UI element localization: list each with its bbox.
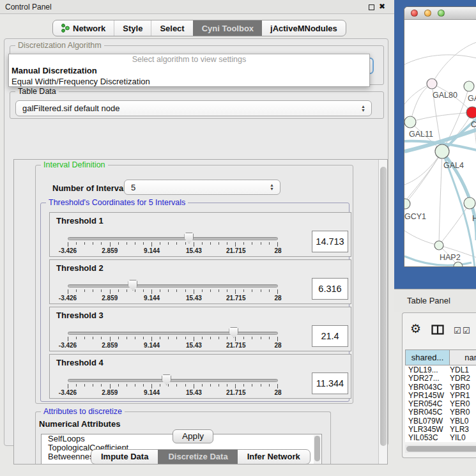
node-gal4[interactable] xyxy=(435,144,449,158)
tick-mark xyxy=(118,337,119,339)
minimize-traffic-icon[interactable] xyxy=(424,10,431,17)
table-row[interactable]: YBL079WYBL0 xyxy=(405,417,476,425)
threshold-value[interactable]: 21.4 xyxy=(312,325,348,347)
threshold-value[interactable]: 11.344 xyxy=(312,372,348,394)
tick-mark xyxy=(76,337,77,339)
tick-label: 28 xyxy=(274,342,281,349)
table-row[interactable]: YDR27...YDR2 xyxy=(405,374,476,382)
tab-jactivemnodules[interactable]: jActiveMNodules xyxy=(262,20,346,36)
threshold-value[interactable]: 6.316 xyxy=(312,278,348,300)
node-top-right[interactable] xyxy=(464,81,474,91)
cell-name: YER0 xyxy=(447,399,470,408)
tick-mark xyxy=(68,242,68,247)
slider-track[interactable] xyxy=(68,379,278,382)
tick-mark xyxy=(110,384,111,388)
tick-mark xyxy=(277,242,278,247)
table-hscrollbar-thumb[interactable] xyxy=(406,446,476,452)
tick-label: 15.43 xyxy=(186,295,202,302)
table-row[interactable]: YLR345WYLR3 xyxy=(405,425,476,433)
dropdown-option-equal-width-frequency-discretization[interactable]: Equal Width/Frequency Discretization xyxy=(9,76,369,87)
tick-mark xyxy=(210,289,211,292)
slider-track[interactable] xyxy=(68,284,278,288)
split-columns-icon[interactable] xyxy=(431,325,444,335)
node-red[interactable] xyxy=(466,107,476,118)
float-window-icon[interactable] xyxy=(369,4,374,10)
tick-mark xyxy=(93,337,93,339)
table-row[interactable]: YDL19...YDL1 xyxy=(405,365,476,374)
close-icon[interactable]: ✖ xyxy=(379,2,385,11)
panel-title: Control Panel xyxy=(5,3,52,12)
table-data-combo[interactable]: galFiltered.sif default node ▲▼ xyxy=(15,100,372,116)
cell-shared-name: YBR043C xyxy=(405,383,447,391)
tab-label: Select xyxy=(160,24,184,33)
apply-button[interactable]: Apply xyxy=(173,429,213,443)
tick-mark xyxy=(219,289,219,292)
settings-scrollbar[interactable] xyxy=(378,160,388,464)
attributes-scrollbar-thumb[interactable] xyxy=(314,436,320,461)
zoom-traffic-icon[interactable] xyxy=(438,10,445,17)
tick-mark xyxy=(252,289,252,292)
table-hscrollbar[interactable] xyxy=(405,445,476,453)
bottom-tab-discretize-data[interactable]: Discretize Data xyxy=(158,450,237,464)
slider-track[interactable] xyxy=(68,332,278,335)
tick-mark xyxy=(110,289,111,294)
tab-network[interactable]: Network xyxy=(53,20,114,36)
label-gal80: GAL80 xyxy=(433,91,457,100)
node-gal80[interactable] xyxy=(427,79,437,89)
cell-name: YPR1 xyxy=(447,391,470,399)
cell-shared-name: YBR045C xyxy=(405,408,447,416)
slider-tick-labels: -3.4262.8599.14415.4321.71528 xyxy=(68,389,278,397)
slider-track[interactable] xyxy=(68,237,278,240)
table-row[interactable]: YBR043CYBR0 xyxy=(405,383,476,391)
tick-mark xyxy=(185,384,186,387)
bottom-tab-infer-network[interactable]: Infer Network xyxy=(238,450,310,464)
table-row[interactable]: YBR045CYBR0 xyxy=(405,408,476,416)
node-right-mid[interactable] xyxy=(464,197,475,209)
node-bottom[interactable] xyxy=(454,262,463,267)
tick-mark xyxy=(110,337,111,341)
tick-label: -3.426 xyxy=(59,247,77,254)
tick-mark xyxy=(210,384,211,387)
node-hap2[interactable] xyxy=(434,241,443,250)
tab-cyni-toolbox[interactable]: Cyni Toolbox xyxy=(193,20,262,36)
table-row[interactable]: YER054CYER0 xyxy=(405,399,476,408)
tick-mark xyxy=(202,337,203,339)
table-row[interactable]: YPR145WYPR1 xyxy=(405,391,476,399)
tick-label: 28 xyxy=(274,247,281,254)
settings-scroll-area: Interval Definition Number of Intervals … xyxy=(13,159,388,464)
network-canvas[interactable]: GAL80 GA GAL11 C GAL4 GCY1 H HAP2 xyxy=(404,20,476,267)
gear-icon[interactable]: ⚙ xyxy=(410,323,421,335)
tick-mark xyxy=(202,289,203,292)
checked-checkbox-icon[interactable]: ☑ xyxy=(463,326,470,335)
tick-mark xyxy=(101,337,102,339)
node-gal11[interactable] xyxy=(404,116,416,128)
bottom-tab-bar: Impute DataDiscretize DataInfer Network xyxy=(91,449,311,464)
attributes-scrollbar[interactable] xyxy=(314,435,321,464)
table-row[interactable]: YIL053CYIL0 xyxy=(405,433,476,441)
tick-mark xyxy=(252,384,252,387)
bottom-tab-impute-data[interactable]: Impute Data xyxy=(91,450,158,464)
node-gcy1[interactable] xyxy=(404,199,410,209)
dropdown-option-manual-discretization[interactable]: Manual Discretization xyxy=(9,65,369,76)
number-of-intervals-combo[interactable]: 5 ▲▼ xyxy=(124,180,280,195)
tick-mark xyxy=(68,289,68,294)
settings-scrollbar-thumb[interactable] xyxy=(380,167,387,446)
column-header-shared[interactable]: shared... xyxy=(405,349,450,365)
network-window-titlebar[interactable] xyxy=(404,7,476,20)
close-traffic-icon[interactable] xyxy=(411,10,418,17)
threshold-value[interactable]: 14.713 xyxy=(312,231,348,252)
column-header-name[interactable]: name xyxy=(450,349,476,365)
tick-mark xyxy=(219,337,219,339)
tick-mark xyxy=(252,337,252,339)
tick-mark xyxy=(101,384,102,387)
tick-mark xyxy=(127,384,127,387)
slider-tick-labels: -3.4262.8599.14415.4321.71528 xyxy=(68,342,278,349)
tab-style[interactable]: Style xyxy=(114,20,151,36)
checked-checkbox-icon[interactable]: ☑ xyxy=(454,326,461,335)
tick-mark xyxy=(277,384,278,388)
tick-mark xyxy=(235,337,236,341)
tab-select[interactable]: Select xyxy=(151,20,192,36)
table-panel-window: ⚙ ☑ ☑ shared... name YDL19...YDL1YDR27..… xyxy=(402,312,476,458)
label-hap2: HAP2 xyxy=(440,253,461,262)
tick-mark xyxy=(269,337,270,339)
